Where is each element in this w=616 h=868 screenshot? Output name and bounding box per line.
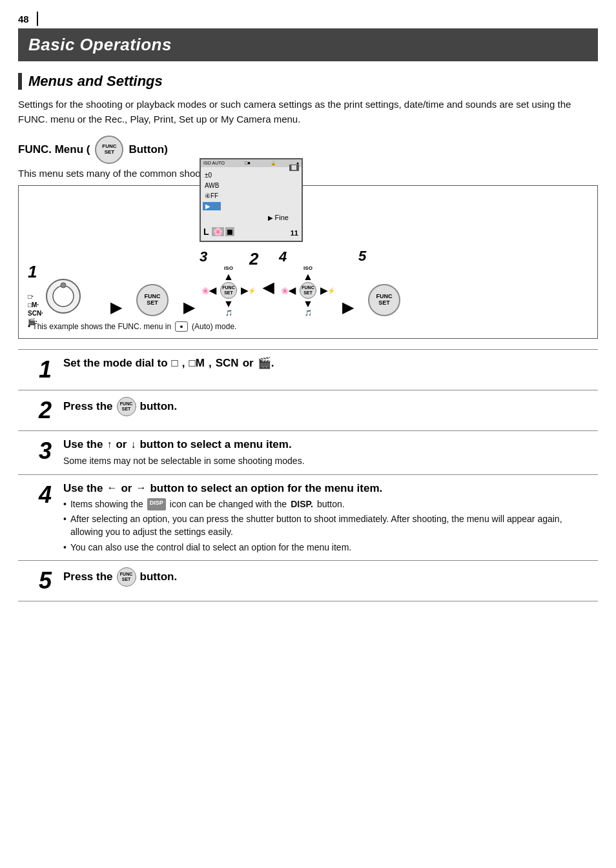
arrow-1-2: ▶: [110, 299, 121, 316]
step-row-1: 1 Set the mode dial to □, □M, SCN or 🎬.: [18, 350, 598, 390]
screen-11: 11: [291, 229, 298, 237]
diagram-box: 1 □· □M· SCN· 🎬·: [18, 185, 598, 339]
step-row-3: 3 Use the ↑ or ↓ button to select a menu…: [18, 431, 598, 475]
page-title: Basic Operations: [18, 28, 598, 61]
func-btn-diag-2: FUNC SET: [136, 284, 169, 316]
diag-sub-steps: 3 ISO 🌸 FUNC SET ▲: [200, 246, 337, 316]
arrow-2-screen: ▶: [183, 299, 194, 316]
diag-step-4: 4: [279, 248, 287, 265]
step-main-5: Press the FUNC SET button.: [63, 567, 593, 587]
step-num-1: 1: [18, 350, 57, 390]
svg-point-1: [53, 286, 74, 307]
svg-point-2: [61, 283, 66, 288]
screen-left-menu: ±0 AWB ④FF ▶: [203, 171, 221, 210]
step-num-5: 5: [18, 561, 57, 601]
func-btn-title: FUNC SET: [95, 136, 123, 164]
step-row-5: 5 Press the FUNC SET button.: [18, 561, 598, 601]
arrow-screen-5: ▶: [342, 299, 353, 316]
step-content-4: Use the ← or → button to select an optio…: [57, 474, 598, 560]
screen-top-icons: ISO AUTO □■ 🔒 ●: [201, 159, 302, 167]
mode-icon-scn: SCN: [216, 356, 239, 370]
diagram-note: • This example shows the FUNC. menu in ●…: [28, 321, 588, 332]
step-content-3: Use the ↑ or ↓ button to select a menu i…: [57, 431, 598, 475]
func-inline-4: FUNC SET: [300, 282, 316, 299]
step-num-2: 2: [18, 390, 57, 431]
step-main-1: Set the mode dial to □, □M, SCN or 🎬.: [63, 356, 593, 370]
func-inline-3: FUNC SET: [220, 282, 237, 299]
step-bullet-4-3: You can also use the control dial to sel…: [63, 541, 593, 554]
mode-icon-movie: 🎬.: [258, 356, 274, 370]
mode-dial-svg: [46, 279, 81, 314]
mode-icon-auto: □: [172, 356, 178, 370]
section-heading: Menus and Settings: [28, 73, 163, 90]
step-sub-3: Some items may not be selectable in some…: [63, 455, 593, 468]
step-num-3: 3: [18, 431, 57, 475]
step-main-3: Use the ↑ or ↓ button to select a menu i…: [63, 438, 593, 452]
diag-step-3: 3: [200, 248, 207, 265]
note-cam-icon: ●: [175, 321, 188, 332]
steps-table: 1 Set the mode dial to □, □M, SCN or 🎬. …: [18, 349, 598, 601]
step-row-2: 2 Press the FUNC SET button.: [18, 390, 598, 431]
arrow-3-4: ◀: [263, 279, 274, 296]
mode-icon-am: □M: [189, 356, 205, 370]
section-header: Menus and Settings: [18, 73, 598, 90]
intro-text: Settings for the shooting or playback mo…: [18, 97, 598, 126]
func-btn-step2: FUNC SET: [117, 397, 136, 416]
step-row-4: 4 Use the ← or → button to select an opt…: [18, 474, 598, 560]
page-number: 48: [18, 12, 598, 26]
diag-step-5: 5: [358, 248, 366, 265]
disp-badge: DISP: [147, 498, 166, 511]
step-content-2: Press the FUNC SET button.: [57, 390, 598, 431]
step-bullet-4-1: Items showing the DISP icon can be chang…: [63, 498, 593, 511]
screen-display: ISO AUTO □■ 🔒 ● ⬜ ±0 AWB ④FF ▶: [200, 158, 303, 242]
step-main-2: Press the FUNC SET button.: [63, 397, 593, 416]
step-num-4: 4: [18, 474, 57, 560]
step-content-1: Set the mode dial to □, □M, SCN or 🎬.: [57, 350, 598, 390]
step-content-5: Press the FUNC SET button.: [57, 561, 598, 601]
func-btn-step5: FUNC SET: [117, 567, 136, 587]
cross-3: ISO 🌸 FUNC SET ▲ ▼: [201, 265, 256, 316]
screen-bottom-row: L 🌸 ◼: [203, 227, 299, 237]
step-bullet-4-2: After selecting an option, you can press…: [63, 513, 593, 538]
page-number-line: [37, 12, 38, 26]
step-main-4: Use the ← or → button to select an optio…: [63, 481, 593, 496]
mode-labels: □· □M· SCN· 🎬·: [28, 293, 43, 325]
diagram-row: 1 □· □M· SCN· 🎬·: [28, 194, 588, 316]
screen-fine: ▶ Fine: [268, 214, 289, 221]
func-btn-diag-5: FUNC SET: [368, 284, 400, 316]
cross-4: ISO 🌸 FUNC SET ▲ ▼: [281, 265, 335, 316]
